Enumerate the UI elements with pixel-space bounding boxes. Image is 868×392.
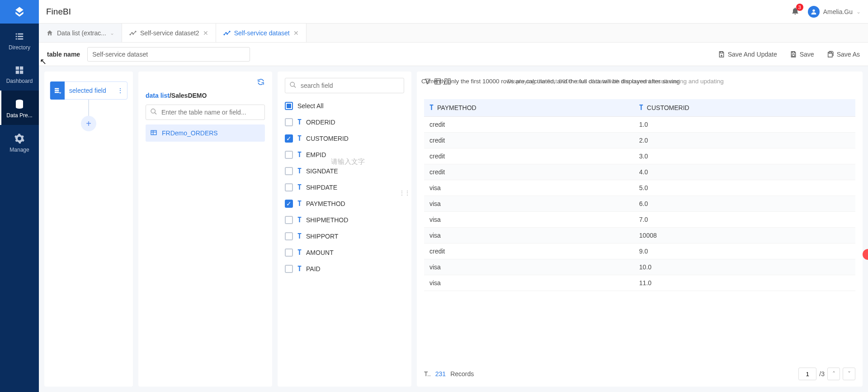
- breadcrumb-root[interactable]: data list: [146, 92, 170, 99]
- field-search-input[interactable]: [285, 78, 404, 93]
- field-name: SHIPPORT: [306, 233, 338, 240]
- refresh-button[interactable]: [257, 78, 265, 87]
- checkbox[interactable]: [285, 216, 293, 224]
- text-type-icon: T: [297, 249, 302, 257]
- cell: 9.0: [634, 244, 855, 259]
- text-type-icon: T: [297, 118, 302, 126]
- field-row[interactable]: TORDERID: [285, 114, 404, 130]
- cell: credit: [424, 133, 634, 148]
- svg-rect-3: [18, 36, 23, 37]
- svg-rect-1: [18, 33, 23, 35]
- connector-line: [88, 100, 89, 116]
- button-label: Save As: [837, 51, 860, 58]
- table-row: visa10008: [424, 228, 855, 244]
- table-item[interactable]: FRDemo_ORDERS: [146, 124, 265, 142]
- workspace: selected field ⋮ + data list/SalesDEMO: [39, 66, 868, 392]
- checkbox[interactable]: [285, 232, 293, 240]
- column-header[interactable]: TPAYMETHOD: [424, 99, 634, 117]
- cell: 7.0: [634, 212, 855, 228]
- flow-column: selected field ⋮ +: [44, 72, 133, 387]
- field-row[interactable]: TSHIPPORT: [285, 228, 404, 244]
- text-type-icon: T: [297, 167, 302, 175]
- text-type-icon: T: [297, 183, 302, 191]
- save-button[interactable]: Save: [790, 51, 814, 58]
- more-icon[interactable]: ⋮: [113, 87, 127, 94]
- checkbox[interactable]: [285, 151, 293, 159]
- nav-dashboard[interactable]: Dashboard: [0, 57, 39, 91]
- svg-rect-6: [16, 67, 19, 70]
- avatar: [808, 6, 820, 18]
- nav-label: Dashboard: [6, 78, 33, 84]
- checkbox[interactable]: [285, 183, 293, 191]
- notification-badge: 3: [796, 4, 803, 11]
- field-row[interactable]: ✓TPAYMETHOD: [285, 196, 404, 212]
- chart-icon: [223, 29, 231, 37]
- cell: visa: [424, 180, 634, 196]
- nav-directory[interactable]: Directory: [0, 24, 39, 57]
- logo[interactable]: [0, 0, 39, 24]
- cell: visa: [424, 275, 634, 291]
- field-row[interactable]: TSIGNDATE: [285, 163, 404, 179]
- save-as-button[interactable]: Save As: [827, 51, 860, 58]
- field-row[interactable]: TSHIPDATE: [285, 179, 404, 196]
- checkbox[interactable]: ✓: [285, 200, 293, 208]
- tab-home[interactable]: Data list (extrac... ⌄: [39, 24, 122, 42]
- breadcrumb-current: SalesDEMO: [171, 92, 207, 99]
- svg-line-28: [155, 113, 156, 115]
- svg-point-17: [226, 32, 226, 33]
- checkbox[interactable]: ✓: [285, 134, 293, 143]
- table-name-label: table name: [47, 51, 80, 58]
- field-row[interactable]: TAMOUNT: [285, 244, 404, 261]
- svg-point-32: [290, 82, 294, 86]
- field-name: CUSTOMERID: [306, 135, 349, 142]
- close-icon[interactable]: ✕: [293, 29, 299, 37]
- breadcrumb: data list/SalesDEMO: [146, 92, 265, 99]
- text-type-icon: T: [297, 200, 302, 208]
- field-row[interactable]: ✓TCUSTOMERID: [285, 130, 404, 147]
- tab-dataset2[interactable]: Self-service dataset2 ✕: [122, 24, 216, 42]
- save-and-update-button[interactable]: Save And Update: [718, 51, 777, 58]
- database-icon: [0, 99, 39, 110]
- checkbox[interactable]: [285, 167, 293, 175]
- notifications-button[interactable]: 3: [791, 6, 800, 17]
- field-row[interactable]: TSHIPMETHOD: [285, 212, 404, 228]
- svg-rect-25: [55, 90, 59, 91]
- table-name-input[interactable]: [87, 47, 250, 62]
- drag-handle-icon[interactable]: ⋮⋮: [399, 189, 410, 196]
- page-next-button[interactable]: ˅: [843, 368, 855, 380]
- step-selected-field[interactable]: selected field ⋮: [50, 81, 127, 100]
- total-abbr: T..: [424, 370, 431, 378]
- field-name: PAID: [306, 265, 321, 272]
- checkbox[interactable]: [285, 118, 293, 126]
- close-icon[interactable]: ✕: [203, 29, 208, 37]
- cell: 4.0: [634, 164, 855, 180]
- tab-label: Self-service dataset: [234, 29, 290, 37]
- field-row[interactable]: TEMPID: [285, 147, 404, 163]
- button-label: Save: [800, 51, 814, 58]
- page-input[interactable]: [798, 368, 816, 380]
- checkbox-indeterminate[interactable]: [285, 102, 293, 110]
- column-header[interactable]: TCUSTOMERID: [634, 99, 855, 117]
- page-prev-button[interactable]: ˄: [827, 368, 840, 380]
- step-label: selected field: [65, 87, 113, 94]
- table-row: visa5.0: [424, 180, 855, 196]
- checkbox[interactable]: [285, 249, 293, 257]
- nav-data-preparation[interactable]: Data Pre...: [0, 91, 39, 125]
- cell: 2.0: [634, 133, 855, 148]
- text-type-icon: T: [429, 104, 434, 112]
- select-all-row[interactable]: Select All: [285, 98, 404, 114]
- table-search-input[interactable]: [146, 105, 265, 120]
- checkbox[interactable]: [285, 265, 293, 273]
- svg-point-27: [151, 109, 155, 113]
- chevron-down-icon[interactable]: ⌄: [110, 30, 114, 36]
- tab-dataset-active[interactable]: Self-service dataset ✕: [216, 24, 307, 42]
- add-step-button[interactable]: +: [81, 116, 96, 131]
- user-menu[interactable]: Amelia.Gu ⌄: [808, 6, 861, 18]
- preview-table: TPAYMETHODTCUSTOMERID credit1.0credit2.0…: [424, 99, 855, 291]
- field-name: AMOUNT: [306, 249, 334, 256]
- person-icon: [810, 8, 817, 15]
- cell: 1.0: [634, 117, 855, 133]
- save-update-icon: [718, 51, 725, 58]
- field-row[interactable]: TPAID: [285, 261, 404, 277]
- nav-manage[interactable]: Manage: [0, 125, 39, 159]
